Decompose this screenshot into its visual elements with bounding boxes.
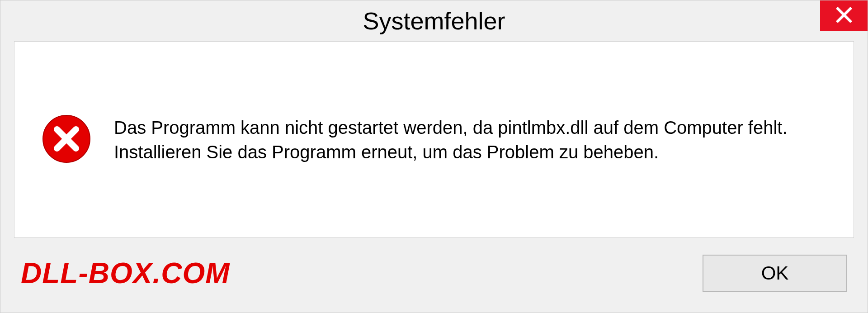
ok-button[interactable]: OK bbox=[703, 255, 847, 292]
error-message: Das Programm kann nicht gestartet werden… bbox=[114, 115, 826, 164]
footer: DLL-BOX.COM OK bbox=[0, 247, 868, 313]
watermark-text: DLL-BOX.COM bbox=[21, 256, 230, 290]
titlebar: Systemfehler bbox=[0, 0, 868, 41]
error-dialog: Systemfehler Das Programm kann nicht ges… bbox=[0, 0, 868, 313]
close-button[interactable] bbox=[820, 0, 868, 31]
dialog-title: Systemfehler bbox=[363, 7, 505, 35]
error-icon bbox=[42, 114, 91, 166]
content-area: Das Programm kann nicht gestartet werden… bbox=[14, 41, 854, 238]
close-icon bbox=[835, 6, 853, 26]
